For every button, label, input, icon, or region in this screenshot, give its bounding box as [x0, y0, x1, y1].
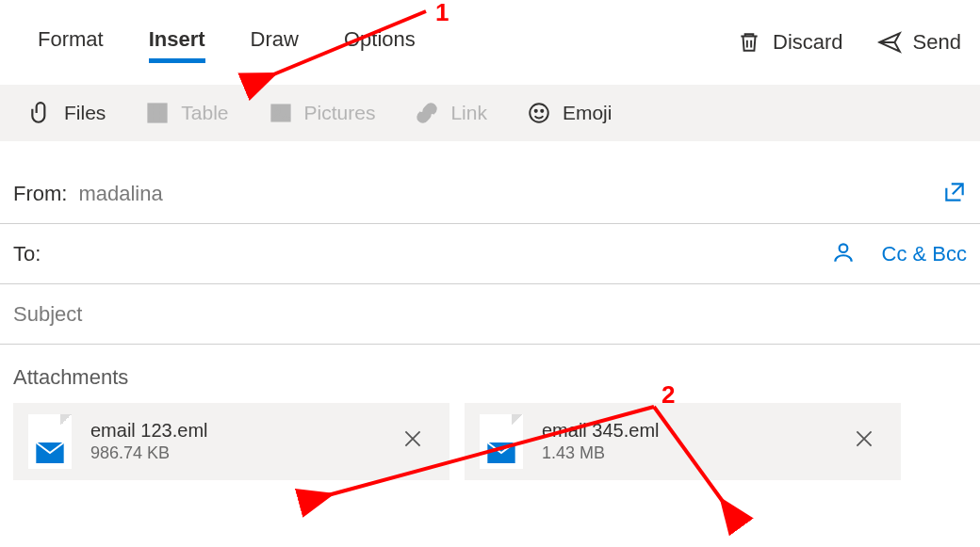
- attachment-size: 1.43 MB: [542, 443, 824, 463]
- remove-attachment-button[interactable]: [842, 421, 886, 463]
- subject-row[interactable]: Subject: [0, 284, 980, 345]
- link-icon: [415, 101, 439, 125]
- add-recipient-button[interactable]: [831, 240, 856, 268]
- from-value[interactable]: madalina: [78, 182, 931, 206]
- emoji-icon: [527, 101, 551, 125]
- send-icon: [877, 30, 902, 55]
- trash-icon: [737, 30, 761, 55]
- table-icon: [145, 101, 170, 125]
- attachments-label: Attachments: [0, 345, 980, 403]
- to-label: To:: [13, 242, 41, 266]
- insert-table-button: Table: [145, 101, 228, 125]
- svg-point-6: [839, 244, 847, 252]
- discard-button[interactable]: Discard: [737, 30, 843, 55]
- paperclip-icon: [28, 101, 53, 125]
- mail-icon: [36, 442, 64, 463]
- insert-ribbon: Files Table Pictures Link Emoji: [0, 85, 980, 141]
- close-icon: [852, 426, 876, 451]
- tab-options[interactable]: Options: [344, 27, 416, 57]
- eml-file-icon: [28, 414, 72, 469]
- attachment-card[interactable]: email 345.eml 1.43 MB: [465, 403, 901, 480]
- tab-draw[interactable]: Draw: [251, 27, 299, 57]
- send-button[interactable]: Send: [877, 30, 961, 55]
- insert-emoji-button[interactable]: Emoji: [527, 101, 612, 125]
- subject-input[interactable]: Subject: [13, 302, 82, 327]
- attachment-size: 986.74 KB: [90, 443, 372, 463]
- person-icon: [831, 240, 856, 265]
- attachment-name: email 123.eml: [90, 420, 372, 442]
- tab-insert[interactable]: Insert: [149, 27, 205, 57]
- svg-point-4: [535, 110, 537, 112]
- popout-button[interactable]: [942, 180, 967, 208]
- eml-file-icon: [480, 414, 523, 469]
- insert-pictures-button: Pictures: [269, 101, 376, 125]
- to-row[interactable]: To: Cc & Bcc: [0, 224, 980, 284]
- tab-bar: Format Insert Draw Options Discard Send: [0, 0, 980, 85]
- attachment-card[interactable]: email 123.eml 986.74 KB: [13, 403, 449, 480]
- cc-bcc-button[interactable]: Cc & Bcc: [882, 242, 967, 266]
- svg-rect-0: [149, 104, 168, 122]
- popout-icon: [942, 180, 967, 204]
- attachments-list: email 123.eml 986.74 KB email 345.eml 1.…: [0, 403, 980, 480]
- remove-attachment-button[interactable]: [391, 421, 434, 463]
- picture-icon: [269, 101, 293, 125]
- from-label: From:: [13, 182, 67, 206]
- insert-link-button: Link: [415, 101, 487, 125]
- svg-point-5: [541, 110, 543, 112]
- tab-format[interactable]: Format: [38, 27, 104, 57]
- close-icon: [400, 426, 425, 451]
- attachment-name: email 345.eml: [542, 420, 824, 442]
- from-row: From: madalina: [0, 164, 980, 224]
- insert-files-button[interactable]: Files: [28, 101, 106, 125]
- svg-point-3: [530, 104, 548, 122]
- mail-icon: [487, 442, 515, 463]
